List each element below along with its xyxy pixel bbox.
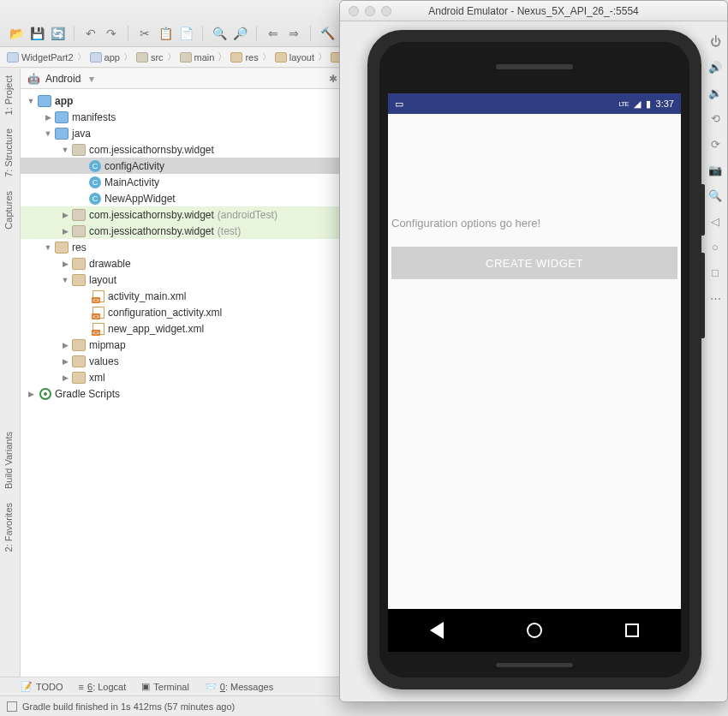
view-mode[interactable]: Android bbox=[45, 73, 81, 85]
android-navbar bbox=[388, 609, 681, 652]
forward-icon[interactable]: ⇒ bbox=[286, 26, 301, 41]
emulator-sidebar: ⏻ 🔊 🔉 ⟲ ⟳ 📷 🔍 ◁ ○ □ ⋯ bbox=[705, 27, 725, 306]
undo-icon[interactable]: ↶ bbox=[83, 26, 98, 41]
android-status-bar: ▭ LTE ◢ ▮ 3:37 bbox=[388, 93, 681, 114]
tree-drawable[interactable]: ▶drawable bbox=[21, 255, 343, 271]
emu-volume-down-icon[interactable]: 🔉 bbox=[708, 87, 722, 100]
tree-pkg-androidtest[interactable]: ▶com.jessicathornsby.widget(androidTest) bbox=[21, 206, 343, 223]
emu-zoom-icon[interactable]: 🔍 bbox=[708, 189, 722, 203]
tree-app[interactable]: ▼app bbox=[21, 92, 343, 109]
emu-overview-icon[interactable]: □ bbox=[708, 266, 722, 280]
tree-new-app-widget[interactable]: CNewAppWidget bbox=[21, 190, 343, 206]
signal-icon: ◢ bbox=[634, 98, 641, 110]
nav-home-icon[interactable] bbox=[527, 623, 542, 638]
crumb-root[interactable]: WidgetPart2 bbox=[7, 52, 74, 63]
paste-icon[interactable]: 📄 bbox=[178, 26, 194, 41]
tree-java[interactable]: ▼java bbox=[21, 125, 343, 141]
phone-frame: ▭ LTE ◢ ▮ 3:37 Configuration options go … bbox=[367, 30, 701, 689]
crumb-main[interactable]: main bbox=[180, 52, 215, 63]
emu-rotate-right-icon[interactable]: ⟳ bbox=[708, 138, 722, 152]
battery-icon: ▮ bbox=[646, 98, 651, 110]
emulator-title: Android Emulator - Nexus_5X_API_26_-:555… bbox=[428, 5, 638, 17]
status-todo[interactable]: 📝 TODO bbox=[21, 681, 63, 692]
tree-manifests[interactable]: ▶manifests bbox=[21, 109, 343, 125]
open-icon[interactable]: 📂 bbox=[9, 26, 24, 41]
emu-home-icon[interactable]: ○ bbox=[708, 241, 722, 254]
crumb-layout[interactable]: layout bbox=[275, 52, 314, 63]
tree-xml-activity-main[interactable]: activity_main.xml bbox=[21, 288, 343, 304]
replace-icon[interactable]: 🔎 bbox=[232, 26, 248, 41]
emu-more-icon[interactable]: ⋯ bbox=[708, 292, 722, 306]
gutter-structure[interactable]: 7: Structure bbox=[0, 122, 17, 184]
tree-layout[interactable]: ▼layout bbox=[21, 271, 343, 288]
create-widget-button[interactable]: CREATE WIDGET bbox=[391, 247, 677, 279]
build-icon[interactable]: 🔨 bbox=[319, 26, 335, 41]
emu-zoom-icon[interactable] bbox=[381, 6, 391, 16]
left-gutter: 1: Project 7: Structure Captures Build V… bbox=[0, 69, 21, 677]
emu-rotate-left-icon[interactable]: ⟲ bbox=[708, 112, 722, 126]
clock: 3:37 bbox=[656, 98, 674, 109]
emu-minimize-icon[interactable] bbox=[365, 6, 375, 16]
settings-icon[interactable]: ✱ bbox=[329, 73, 337, 85]
gutter-build[interactable]: Build Variants bbox=[0, 425, 17, 496]
status-logcat[interactable]: ≡ 6: Logcat bbox=[79, 682, 127, 692]
sync-icon[interactable]: 🔄 bbox=[50, 26, 65, 41]
tree-mipmap[interactable]: ▶mipmap bbox=[21, 337, 343, 353]
config-text: Configuration options go here! bbox=[388, 114, 681, 240]
speaker-icon bbox=[496, 64, 573, 69]
tree-pkg-test[interactable]: ▶com.jessicathornsby.widget(test) bbox=[21, 223, 343, 239]
device-screen[interactable]: ▭ LTE ◢ ▮ 3:37 Configuration options go … bbox=[388, 93, 681, 609]
emu-volume-up-icon[interactable]: 🔊 bbox=[708, 61, 722, 75]
project-tree: ▼app ▶manifests ▼java ▼com.jessicathorns… bbox=[21, 89, 344, 677]
emulator-window: Android Emulator - Nexus_5X_API_26_-:555… bbox=[339, 0, 728, 702]
status-terminal[interactable]: ▣ Terminal bbox=[141, 681, 189, 692]
emu-screenshot-icon[interactable]: 📷 bbox=[708, 164, 722, 177]
tree-xml-folder[interactable]: ▶xml bbox=[21, 369, 343, 385]
tree-config-activity[interactable]: CconfigActivity bbox=[21, 158, 343, 174]
emu-back-icon[interactable]: ◁ bbox=[708, 215, 722, 229]
sim-icon: ▭ bbox=[395, 98, 403, 110]
project-panel-header: 🤖 Android ▾ ✱ bbox=[21, 69, 344, 89]
gutter-project[interactable]: 1: Project bbox=[0, 69, 17, 122]
lte-label: LTE bbox=[619, 100, 629, 108]
tree-main-activity[interactable]: CMainActivity bbox=[21, 174, 343, 190]
cut-icon[interactable]: ✂ bbox=[137, 26, 152, 41]
emu-power-icon[interactable]: ⏻ bbox=[708, 35, 722, 49]
nav-recent-icon[interactable] bbox=[625, 624, 639, 637]
crumb-res[interactable]: res bbox=[230, 52, 258, 63]
back-icon[interactable]: ⇐ bbox=[266, 26, 281, 41]
find-icon[interactable]: 🔍 bbox=[212, 26, 227, 41]
status-messages[interactable]: 📨 0: Messages bbox=[205, 681, 273, 692]
nav-back-icon[interactable] bbox=[430, 622, 444, 639]
emulator-titlebar[interactable]: Android Emulator - Nexus_5X_API_26_-:555… bbox=[340, 1, 727, 21]
dropdown-icon[interactable]: ▾ bbox=[89, 73, 94, 85]
app-content: Configuration options go here! CREATE WI… bbox=[388, 114, 681, 609]
crumb-app[interactable]: app bbox=[90, 52, 120, 63]
tree-xml-configuration[interactable]: configuration_activity.xml bbox=[21, 304, 343, 320]
status-indicator-icon bbox=[7, 701, 17, 712]
emu-close-icon[interactable] bbox=[349, 6, 359, 16]
tree-xml-new-app-widget[interactable]: new_app_widget.xml bbox=[21, 320, 343, 337]
gutter-captures[interactable]: Captures bbox=[0, 184, 17, 236]
gutter-favorites[interactable]: 2: Favorites bbox=[0, 496, 17, 558]
home-indicator-icon bbox=[496, 663, 573, 667]
tree-res[interactable]: ▼res bbox=[21, 239, 343, 255]
status-message: Gradle build finished in 1s 412ms (57 mi… bbox=[22, 701, 235, 712]
save-icon[interactable]: 💾 bbox=[29, 26, 45, 41]
tree-values[interactable]: ▶values bbox=[21, 353, 343, 369]
crumb-src[interactable]: src bbox=[136, 52, 164, 63]
redo-icon[interactable]: ↷ bbox=[104, 26, 119, 41]
copy-icon[interactable]: 📋 bbox=[158, 26, 173, 41]
tree-gradle[interactable]: ▶Gradle Scripts bbox=[21, 385, 343, 402]
android-icon: 🤖 bbox=[27, 73, 40, 85]
tree-pkg-main[interactable]: ▼com.jessicathornsby.widget bbox=[21, 141, 343, 158]
